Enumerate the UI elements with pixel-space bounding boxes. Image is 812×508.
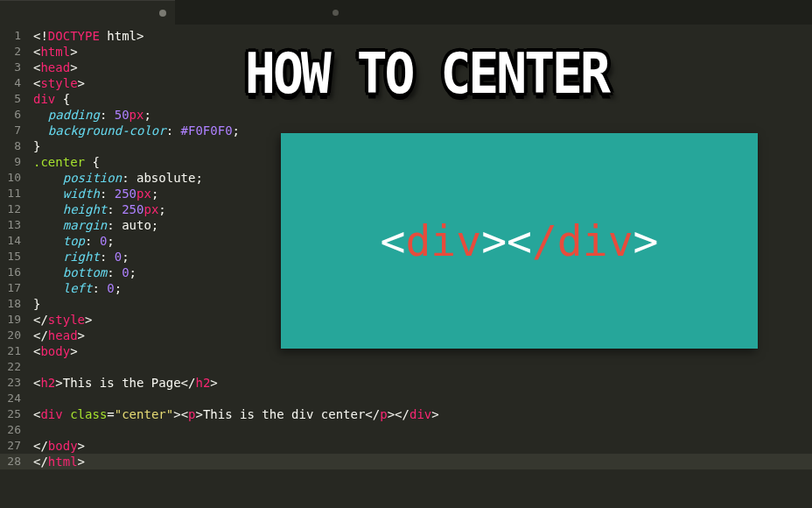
code-line	[28, 422, 812, 438]
line-number: 9	[0, 154, 28, 170]
code-line: <div class="center"><p>This is the div c…	[28, 406, 812, 422]
line-number: 4	[0, 75, 28, 91]
line-number: 25	[0, 406, 28, 422]
line-number: 18	[0, 296, 28, 312]
line-number: 3	[0, 60, 28, 75]
code-line: </html>	[28, 454, 812, 469]
line-number: 5	[0, 91, 28, 107]
line-number: 21	[0, 343, 28, 359]
line-number: 14	[0, 233, 28, 249]
line-number: 11	[0, 186, 28, 201]
tab-bar	[0, 0, 812, 25]
line-number: 23	[0, 375, 28, 391]
editor-tab[interactable]	[0, 0, 175, 25]
line-number: 27	[0, 438, 28, 454]
code-line: <h2>This is the Page</h2>	[28, 375, 812, 391]
tab-bar-dot-icon	[332, 10, 339, 16]
code-line	[28, 391, 812, 406]
line-number: 10	[0, 170, 28, 186]
line-number: 8	[0, 138, 28, 154]
line-number: 20	[0, 328, 28, 343]
line-number: 1	[0, 28, 28, 44]
line-number: 12	[0, 201, 28, 217]
line-number: 16	[0, 265, 28, 280]
line-number: 24	[0, 391, 28, 406]
line-number: 19	[0, 312, 28, 328]
code-line: padding: 50px;	[28, 107, 812, 123]
line-number: 13	[0, 217, 28, 233]
overlay-title: HOW TO CENTER	[245, 41, 608, 107]
line-number: 28	[0, 454, 28, 469]
line-number: 22	[0, 359, 28, 375]
line-number: 15	[0, 249, 28, 265]
code-line	[28, 359, 812, 375]
code-line: </body>	[28, 438, 812, 454]
line-number: 6	[0, 107, 28, 123]
line-number: 7	[0, 123, 28, 138]
modified-indicator-icon	[159, 10, 166, 17]
overlay-div-text: <div></div>	[381, 216, 659, 265]
line-number: 2	[0, 44, 28, 60]
overlay-div-panel: <div></div>	[281, 133, 758, 349]
line-number: 17	[0, 280, 28, 296]
line-number: 26	[0, 422, 28, 438]
line-number-gutter: 1234567891011121314151617181920212223242…	[0, 25, 28, 508]
